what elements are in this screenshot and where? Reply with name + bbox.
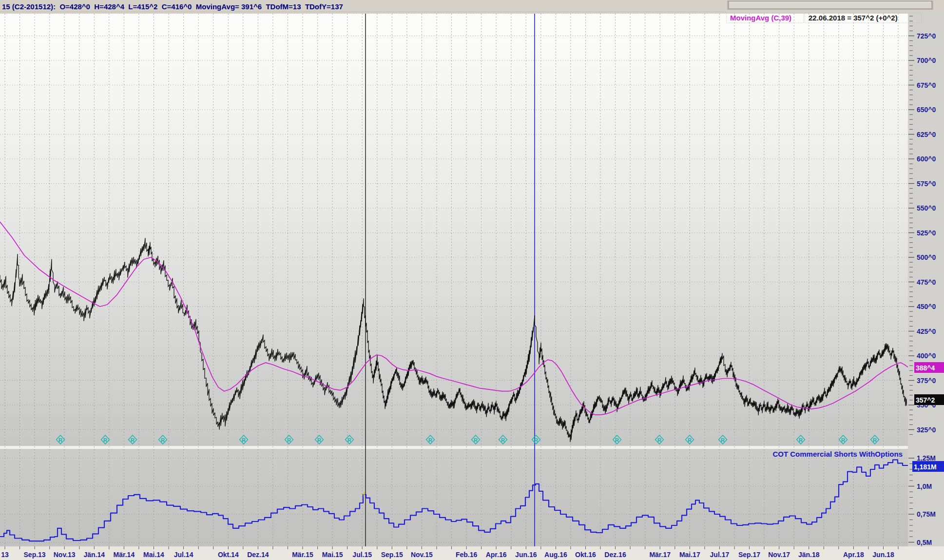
svg-text:388^4: 388^4	[916, 364, 935, 372]
ma-legend-label[interactable]: MovingAvg (C,39)	[730, 14, 791, 22]
price-axis-label: 700^0	[917, 57, 936, 64]
cot-panel-title: COT Commercial Shorts WithOptions	[772, 450, 903, 458]
roll-marker-letter: R	[428, 437, 432, 443]
x-axis-label: Feb.16	[456, 551, 478, 559]
x-axis-label: Nov.15	[411, 551, 433, 559]
price-axis-label: 575^0	[917, 180, 936, 188]
roll-marker-letter: R	[799, 437, 803, 443]
ma-value-tag: 388^4	[914, 362, 944, 373]
roll-marker-letter: R	[688, 437, 692, 443]
svg-text:1,181M: 1,181M	[914, 463, 937, 471]
roll-marker-letter: R	[721, 437, 725, 443]
roll-marker-letter: R	[287, 437, 291, 443]
chart-window: RRRRRRRRRRRRRRRRRRR 325^0350^0375^0400^0…	[0, 0, 944, 560]
roll-marker-letter: R	[615, 437, 619, 443]
quote-header-text: 15 (C2-201512): O=428^0 H=428^4 L=415^2 …	[2, 2, 343, 11]
x-axis-label: Nov.17	[768, 551, 790, 559]
x-axis-label: 13	[1, 551, 9, 559]
x-axis-label: Okt.14	[218, 551, 239, 559]
cot-panel[interactable]	[0, 449, 908, 546]
scrollbar-thumb[interactable]	[729, 1, 932, 9]
x-axis-label: Mär.17	[649, 551, 671, 559]
roll-marker-letter: R	[534, 437, 538, 443]
roll-marker-letter: R	[317, 437, 321, 443]
panel-divider[interactable]	[0, 446, 908, 449]
x-axis-label: Jul.15	[352, 551, 372, 559]
price-axis-label: 400^0	[917, 352, 936, 360]
roll-marker-letter: R	[242, 437, 246, 443]
x-axis-label: Jän.14	[84, 551, 105, 559]
price-axis-label: 675^0	[917, 81, 936, 89]
price-axis-label: 650^0	[917, 106, 936, 114]
x-axis-label: Jul.17	[710, 551, 730, 559]
price-axis-label: 500^0	[917, 253, 936, 261]
x-axis-label: Mai.15	[322, 551, 343, 559]
x-axis-label: Okt.16	[575, 551, 596, 559]
chart-canvas[interactable]: RRRRRRRRRRRRRRRRRRR 325^0350^0375^0400^0…	[0, 0, 944, 560]
cursor-date-value: 22.06.2018 = 357^2 (+0^2)	[809, 14, 898, 22]
x-axis-label: Apr.18	[843, 551, 864, 559]
x-axis-label: Jun.16	[515, 551, 537, 559]
x-axis-label: Sep.13	[24, 551, 46, 559]
x-axis-label: Nov.13	[54, 551, 76, 559]
x-axis-label: Mär.14	[114, 551, 135, 559]
indicator-legend: MovingAvg (C,39) 22.06.2018 = 357^2 (+0^…	[727, 13, 922, 23]
roll-marker-letter: R	[873, 437, 877, 443]
x-axis-label: Dez.16	[604, 551, 626, 559]
svg-text:357^2: 357^2	[916, 396, 935, 404]
cot-axis-label: 0,75M	[917, 510, 936, 518]
top-scrollbar[interactable]	[727, 0, 933, 10]
price-axis-label: 600^0	[917, 155, 936, 163]
price-axis-label: 550^0	[917, 204, 936, 212]
x-axis-label: Jun.18	[872, 551, 894, 559]
price-axis-label: 425^0	[917, 328, 936, 335]
roll-marker-letter: R	[474, 437, 478, 443]
roll-marker-letter: R	[58, 437, 62, 443]
roll-marker-letter: R	[501, 437, 505, 443]
price-axis-label: 725^0	[917, 32, 936, 40]
x-axis-label: Mär.15	[292, 551, 313, 559]
x-axis-label: Sep.15	[381, 551, 403, 559]
x-axis-label: Mai.14	[143, 551, 164, 559]
cot-axis-label: 1,25M	[917, 454, 936, 462]
roll-marker-letter: R	[347, 437, 351, 443]
roll-marker-letter: R	[841, 437, 845, 443]
price-axis-label: 450^0	[917, 303, 936, 310]
x-axis-label: Jul.14	[174, 551, 193, 559]
price-axis-label: 525^0	[917, 229, 936, 237]
price-axis-label: 625^0	[917, 131, 936, 138]
cot-axis-label: 0,5M	[917, 539, 932, 546]
price-axis-label: 475^0	[917, 278, 936, 286]
cot-value-tag: 1,181M	[912, 461, 944, 472]
x-axis-label: Jän.18	[798, 551, 820, 559]
roll-marker-letter: R	[657, 437, 661, 443]
last-close-tag: 357^2	[914, 394, 944, 405]
x-axis-label: Sep.17	[738, 551, 760, 559]
price-axis-label: 325^0	[917, 426, 936, 434]
price-axis-label: 375^0	[917, 377, 936, 385]
roll-marker-letter: R	[161, 437, 165, 443]
x-axis-label: Aug.16	[544, 551, 567, 559]
x-axis-label: Mai.17	[679, 551, 700, 559]
x-axis-label: Apr.16	[486, 551, 507, 559]
roll-marker-letter: R	[131, 437, 135, 443]
x-axis-label: Dez.14	[247, 551, 269, 559]
roll-marker-letter: R	[103, 437, 107, 443]
cot-axis-label: 1,0M	[917, 483, 932, 490]
